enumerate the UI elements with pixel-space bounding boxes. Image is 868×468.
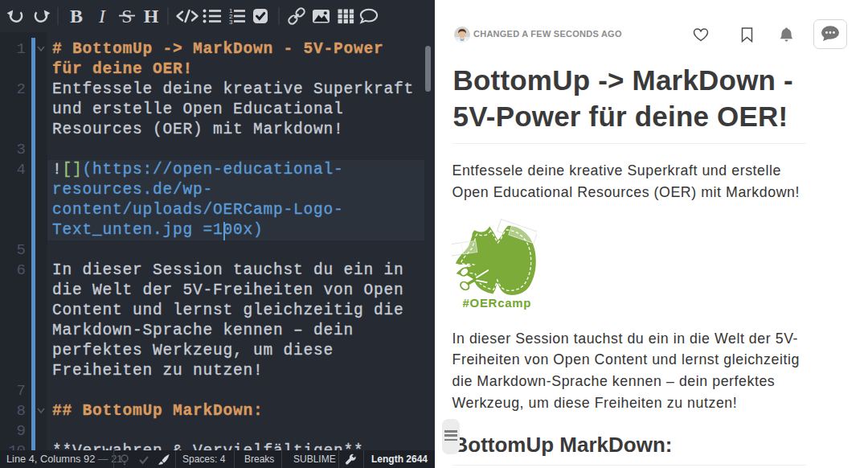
svg-text:H: H [144,6,159,27]
svg-text:B: B [70,6,83,27]
svg-text:3: 3 [229,18,233,26]
svg-text:#OERcamp: #OERcamp [463,296,532,310]
svg-text:I: I [98,6,106,27]
